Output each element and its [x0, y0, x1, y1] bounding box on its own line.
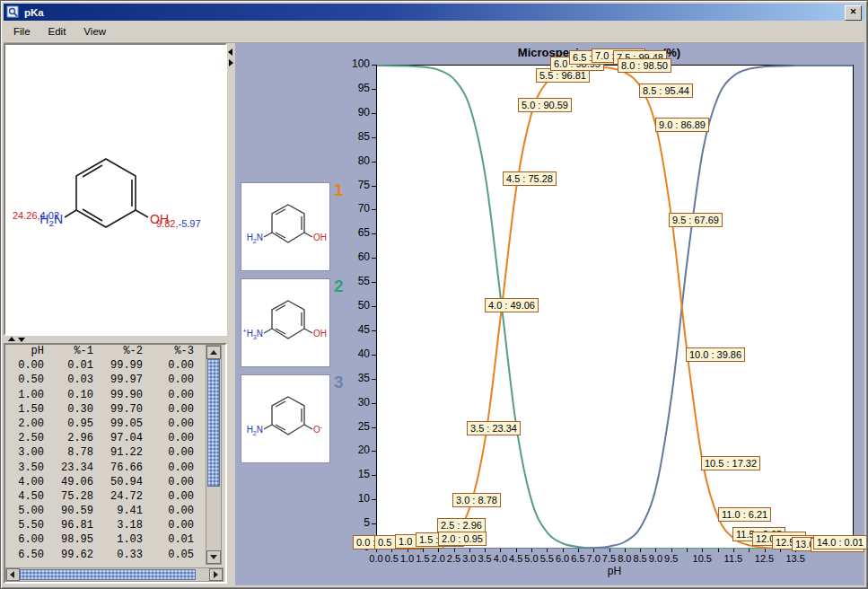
structure-panel[interactable]: H2N OH 24.26,4.02 9.82,-5.97: [4, 43, 227, 336]
y-tick: [372, 355, 376, 356]
scroll-right-button[interactable]: [209, 568, 223, 581]
x-tick-label: 13.5: [783, 553, 808, 564]
table-cell: 98.95: [44, 533, 93, 546]
table-cell: 97.04: [93, 432, 143, 444]
y-tick: [372, 379, 376, 380]
table-row: 2.502.9697.040.00: [6, 432, 204, 446]
y-tick-label: 50: [345, 299, 370, 312]
arrow-right-icon: [214, 571, 218, 578]
plot-area: [376, 65, 854, 549]
y-tick: [372, 209, 376, 210]
table-cell: 0.10: [44, 389, 93, 401]
point-label: 8.5 : 95.44: [639, 84, 693, 98]
point-label: 14.0 : 0.01: [813, 535, 867, 549]
benzene-ring: [76, 159, 136, 227]
table-cell: 0.00: [143, 432, 194, 444]
table-cell: 99.70: [93, 403, 143, 416]
table-cell: %-1: [44, 345, 93, 357]
x-tick: [593, 549, 594, 552]
collapse-up-icon[interactable]: [8, 337, 15, 341]
table-cell: 9.41: [93, 505, 143, 517]
microspecies-thumbnail-3[interactable]: H2N O-: [241, 374, 330, 463]
y-tick-label: 35: [345, 372, 370, 384]
svg-text:OH: OH: [313, 233, 327, 242]
x-tick: [718, 549, 719, 552]
table-cell: %-2: [93, 345, 143, 357]
y-tick-label: 65: [345, 226, 370, 239]
x-tick: [578, 549, 579, 552]
collapse-right-icon[interactable]: [229, 59, 233, 66]
menu-edit[interactable]: Edit: [40, 23, 75, 40]
collapse-left-icon[interactable]: [228, 48, 232, 56]
point-label: 10.5 : 17.32: [701, 456, 760, 470]
horizontal-splitter[interactable]: [4, 336, 227, 343]
table-cell: 91.22: [93, 446, 143, 459]
horizontal-scroll-thumb[interactable]: [20, 569, 196, 580]
svg-text:O-: O-: [313, 424, 323, 435]
y-tick: [372, 233, 376, 234]
table-cell: 49.06: [44, 476, 93, 488]
table-header: pH%-1%-2%-3: [6, 345, 204, 359]
table-cell: 0.00: [143, 403, 194, 416]
y-tick: [372, 258, 376, 259]
window-title: pKa: [24, 7, 44, 18]
table-cell: 2.50: [6, 432, 44, 444]
menu-view[interactable]: View: [75, 23, 114, 40]
horizontal-scrollbar[interactable]: [5, 567, 224, 582]
y-tick-label: 75: [345, 179, 370, 191]
point-label: 5.0 : 90.59: [518, 98, 572, 112]
vertical-scrollbar[interactable]: [206, 345, 222, 565]
x-tick: [454, 549, 455, 552]
microspecies-thumbnail-2[interactable]: +H3N OH: [241, 278, 330, 367]
menu-bar: FileEditView: [4, 21, 864, 43]
menu-file[interactable]: File: [5, 23, 39, 40]
table-cell: 0.00: [143, 519, 194, 532]
y-tick-label: 100: [345, 57, 370, 70]
collapse-down-icon[interactable]: [18, 338, 25, 342]
table-cell: 23.34: [44, 462, 93, 474]
y-tick: [372, 137, 376, 138]
microspecies-thumbnail-1[interactable]: H2N OH: [241, 182, 330, 271]
x-tick: [563, 549, 564, 552]
x-tick: [655, 549, 656, 552]
table-cell: 1.03: [93, 533, 143, 546]
scroll-down-button[interactable]: [206, 550, 221, 564]
close-button[interactable]: ✕: [845, 5, 862, 21]
percentage-table: pH%-1%-2%-30.000.0199.990.000.500.0399.9…: [6, 345, 204, 564]
vertical-scroll-thumb[interactable]: [207, 359, 220, 487]
y-tick-label: 85: [345, 130, 370, 143]
table-cell: 0.95: [44, 418, 93, 430]
scroll-left-button[interactable]: [6, 568, 20, 581]
table-cell: 75.28: [44, 490, 93, 503]
table-cell: 4.00: [6, 476, 44, 488]
table-cell: 99.05: [93, 418, 143, 430]
table-row: 6.5099.620.330.05: [6, 549, 204, 563]
table-row: 5.0090.599.410.00: [6, 505, 204, 519]
arrow-left-icon: [10, 571, 14, 578]
table-cell: 90.59: [44, 505, 93, 517]
point-label: 9.5 : 67.69: [669, 213, 723, 227]
x-tick: [485, 549, 486, 552]
y-tick-label: 20: [345, 444, 370, 456]
vertical-splitter[interactable]: [227, 43, 235, 585]
y-tick-label: 90: [345, 106, 370, 119]
x-tick: [765, 549, 766, 552]
point-label: 8.0 : 98.50: [618, 58, 671, 73]
table-cell: 99.97: [93, 374, 143, 386]
table-cell: 0.01: [44, 359, 93, 372]
species-number-3: 3: [334, 373, 344, 392]
x-tick: [702, 549, 703, 552]
table-cell: 1.50: [6, 403, 44, 416]
title-bar[interactable]: pKa ✕: [4, 4, 864, 21]
x-tick: [500, 549, 501, 552]
point-label: 11.0 : 6.21: [718, 507, 771, 522]
table-cell: 0.05: [143, 549, 194, 561]
table-cell: 99.90: [93, 389, 143, 401]
point-label: 2.0 : 0.95: [438, 532, 487, 546]
table-row: 4.0049.0650.940.00: [6, 476, 204, 490]
table-row: 1.000.1099.900.00: [6, 389, 204, 403]
scroll-up-button[interactable]: [206, 346, 221, 359]
y-tick: [372, 186, 376, 187]
table-cell: 3.18: [93, 519, 143, 532]
table-cell: 3.50: [6, 462, 44, 474]
